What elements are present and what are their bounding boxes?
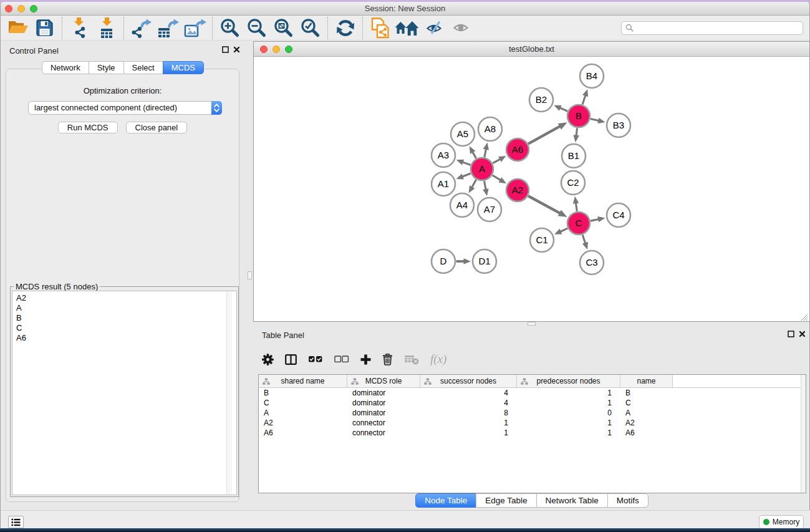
tab-network[interactable]: Network: [42, 61, 89, 74]
trash-button[interactable]: [382, 354, 393, 365]
table-cell: 4: [420, 398, 517, 408]
save-session-button[interactable]: [31, 17, 58, 39]
zoom-in-button[interactable]: [216, 17, 243, 39]
network-canvas[interactable]: B4B2BB3A8A5A6B1A3AA1C2A2A4A7C4CC1C3DD1: [254, 57, 809, 321]
svg-text:A8: A8: [485, 123, 496, 134]
table-row[interactable]: Bdominator41B: [259, 388, 806, 398]
tab-network-table[interactable]: Network Table: [536, 493, 608, 508]
table-cell: C: [259, 398, 347, 408]
close-panel-icon[interactable]: [799, 331, 806, 337]
tab-node-table[interactable]: Node Table: [415, 493, 476, 508]
table-row[interactable]: Cdominator41C: [259, 398, 806, 408]
clone-network-button[interactable]: [367, 17, 393, 39]
svg-text:B3: B3: [613, 120, 624, 130]
zoom-out-button[interactable]: [243, 17, 270, 39]
run-mcds-button[interactable]: Run MCDS: [58, 122, 118, 133]
table-panel: Table Panel f(x) shared nameMCDS rolesuc…: [253, 326, 810, 510]
network-minimize-button[interactable]: [272, 46, 280, 53]
unchecked-boxes-button[interactable]: [334, 354, 349, 364]
column-header-shared-name[interactable]: shared name: [259, 375, 347, 387]
tab-motifs[interactable]: Motifs: [607, 493, 648, 508]
table-scrollbar[interactable]: [801, 375, 806, 493]
eye-button[interactable]: [447, 17, 474, 39]
checked-boxes-button[interactable]: [308, 354, 323, 364]
table-body: Bdominator41BCdominator41CAdominator80AA…: [259, 388, 806, 438]
tab-select[interactable]: Select: [123, 61, 163, 74]
table-cell: 1: [420, 428, 517, 438]
svg-text:D1: D1: [478, 256, 490, 266]
table-row[interactable]: A6connector11A6: [259, 428, 806, 438]
columns-button[interactable]: [285, 354, 297, 365]
plus-button[interactable]: [360, 354, 371, 365]
mcds-result-item[interactable]: A6: [16, 333, 236, 343]
mcds-result-item[interactable]: A: [16, 303, 236, 313]
task-history-button[interactable]: [8, 516, 24, 528]
zoom-fit-button[interactable]: [270, 17, 297, 39]
tab-style[interactable]: Style: [89, 61, 124, 74]
toolbar-separator: [212, 17, 213, 39]
gear-button[interactable]: [262, 354, 274, 365]
close-window-button[interactable]: [5, 5, 12, 12]
table-row[interactable]: A2connector11A2: [259, 418, 806, 428]
refresh-button[interactable]: [332, 17, 359, 39]
mcds-result-item[interactable]: B: [16, 313, 236, 323]
zoom-window-button[interactable]: [30, 5, 37, 12]
table-delete-button: [404, 354, 419, 365]
export-image-button[interactable]: [181, 17, 208, 39]
mcds-result-scrollbar[interactable]: [226, 291, 232, 495]
search-input[interactable]: [634, 24, 799, 32]
import-network-button[interactable]: [66, 17, 93, 39]
import-table-button[interactable]: [93, 17, 120, 39]
close-panel-icon[interactable]: [233, 46, 240, 53]
mcds-result-item[interactable]: A2: [16, 293, 236, 303]
search-icon: [625, 24, 634, 32]
tab-mcds[interactable]: MCDS: [163, 61, 204, 74]
memory-button[interactable]: Memory: [759, 515, 804, 529]
table-cell: 1: [517, 388, 620, 398]
table-row[interactable]: Adominator80A: [259, 408, 806, 418]
column-header-MCDS-role[interactable]: MCDS role: [347, 375, 420, 387]
resize-grip-icon[interactable]: [801, 312, 808, 320]
optimization-criterion-dropdown[interactable]: largest connected component (directed): [28, 101, 222, 115]
table-toolbar: f(x): [262, 349, 446, 369]
houses-button[interactable]: [393, 17, 420, 39]
open-session-button[interactable]: [4, 17, 31, 39]
search-box[interactable]: [621, 21, 803, 35]
close-panel-button[interactable]: Close panel: [126, 122, 188, 133]
checked-boxes-icon: [308, 354, 323, 364]
table-cell: connector: [347, 418, 420, 428]
eye-slash-button[interactable]: [420, 17, 447, 39]
svg-text:A6: A6: [512, 144, 523, 155]
zoom-selected-button[interactable]: [297, 17, 324, 39]
table-header-row: shared nameMCDS rolesuccessor nodesprede…: [259, 375, 806, 388]
column-header-successor-nodes[interactable]: successor nodes: [420, 375, 517, 387]
control-panel-tabs: NetworkStyleSelectMCDS: [1, 61, 245, 74]
table-cell: dominator: [347, 408, 420, 418]
float-panel-icon[interactable]: [222, 46, 229, 53]
network-zoom-button[interactable]: [285, 46, 292, 53]
network-close-button[interactable]: [260, 46, 268, 53]
column-label: shared name: [281, 377, 324, 385]
toolbar-separator: [62, 17, 62, 39]
mcds-result-item[interactable]: C: [16, 323, 236, 333]
column-header-name[interactable]: name: [620, 375, 673, 387]
table-cell: A6: [259, 428, 347, 438]
export-image-icon: [184, 17, 206, 39]
column-label: name: [637, 377, 655, 385]
network-window-title: testGlobe.txt: [254, 42, 809, 56]
toolbar-separator: [123, 17, 124, 39]
export-table-button[interactable]: [155, 17, 181, 39]
columns-icon: [285, 354, 297, 365]
tab-edge-table[interactable]: Edge Table: [476, 493, 536, 508]
vertical-splitter-handle[interactable]: [248, 271, 252, 279]
zoom-out-icon: [246, 17, 267, 38]
table-cell: dominator: [347, 398, 420, 408]
svg-text:A1: A1: [438, 178, 449, 189]
mcds-result-list[interactable]: A2ABCA6: [12, 291, 237, 495]
table-panel-tabs: Node TableEdge TableNetwork TableMotifs: [253, 493, 810, 508]
export-network-button[interactable]: [128, 17, 155, 39]
minimize-window-button[interactable]: [17, 5, 25, 12]
float-panel-icon[interactable]: [788, 331, 794, 337]
column-header-predecessor-nodes[interactable]: predecessor nodes: [517, 375, 620, 387]
table-cell: A: [620, 408, 673, 418]
